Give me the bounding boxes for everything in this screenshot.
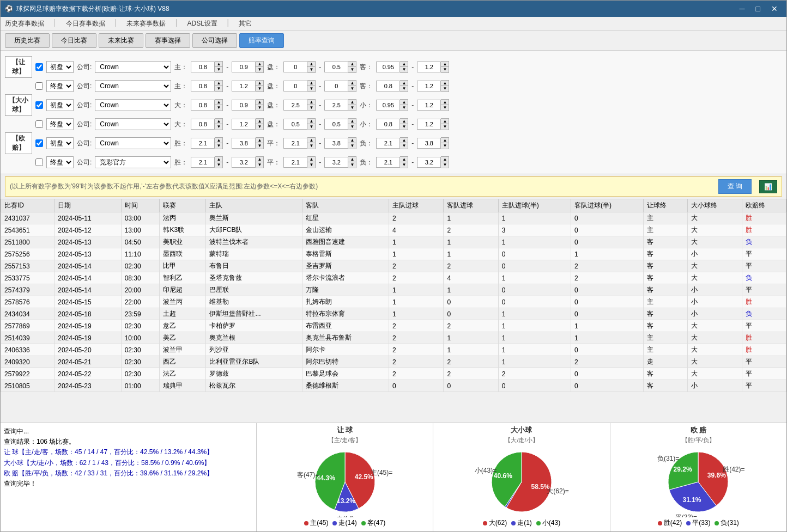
excel-button[interactable]: 📊 — [759, 180, 777, 193]
table-row[interactable]: 25743792024-05-1420:00印尼超巴厘联万隆1100客小平 — [1, 284, 786, 296]
dx-zhong-xiao-max[interactable]: ▲▼ — [417, 118, 449, 130]
op-zhong-company-select[interactable]: 竞彩官方 — [95, 156, 171, 168]
tab-company-select[interactable]: 公司选择 — [192, 33, 237, 48]
table-row[interactable]: 25571532024-05-1402:30比甲布鲁日圣吉罗斯2202客大平 — [1, 260, 786, 272]
table-row[interactable]: 25108052024-05-2301:00瑞典甲松兹瓦尔桑德维根斯0000客小… — [1, 380, 786, 392]
rz-chu-zhu-max[interactable]: ▲▼ — [232, 61, 264, 73]
table-row[interactable]: 25140392024-05-1910:00美乙奥克兰根奥克兰县布鲁斯2111主… — [1, 332, 786, 344]
dx-zhong-da-min[interactable]: ▲▼ — [191, 118, 223, 130]
table-row[interactable]: 25436512024-05-1213:00韩K3联大邱FCB队金山运输4230… — [1, 224, 786, 236]
rz-zhong-type-select[interactable]: 终盘初盘 — [46, 80, 74, 92]
dx-zhong-pan-min[interactable]: ▲▼ — [283, 118, 316, 130]
dx-chu-pan-max[interactable]: ▲▼ — [324, 99, 356, 111]
minimize-button[interactable]: ─ — [735, 3, 749, 14]
query-button[interactable]: 查 询 — [718, 179, 752, 194]
dx-chu-checkbox[interactable] — [35, 101, 43, 109]
table-row[interactable]: 25799222024-05-2202:30法乙罗德兹巴黎足球会2220客大平 — [1, 368, 786, 380]
close-button[interactable]: ✕ — [767, 3, 782, 14]
dx-zhong-type-select[interactable]: 终盘初盘 — [46, 118, 74, 130]
menu-adsl[interactable]: ADSL设置 — [187, 19, 217, 28]
tab-odds-query[interactable]: 赔率查询 — [239, 33, 284, 48]
dx-zhong-checkbox[interactable] — [35, 120, 43, 128]
op-zhong-sheng-max[interactable]: ▲▼ — [232, 156, 264, 168]
op-zhong-type-select[interactable]: 终盘初盘 — [46, 156, 74, 168]
table-row[interactable]: 25752562024-05-1311:10墨西联蒙特瑞泰格雷斯1101客小平 — [1, 248, 786, 260]
tab-history[interactable]: 历史比赛 — [5, 33, 50, 48]
dx-zhong-company-select[interactable]: Crown — [95, 118, 171, 130]
dx-chu-xiao-max[interactable]: ▲▼ — [417, 99, 449, 111]
table-row[interactable]: 25337752024-05-1408:30智利乙圣塔克鲁兹塔尔卡流浪者2412… — [1, 272, 786, 284]
op-chu-checkbox[interactable] — [35, 139, 43, 147]
maximize-button[interactable]: □ — [752, 3, 765, 14]
tab-match-select[interactable]: 赛事选择 — [146, 33, 190, 48]
dx-zhong-da-max[interactable]: ▲▼ — [232, 118, 264, 130]
op-chu-ping-min[interactable]: ▲▼ — [283, 137, 316, 149]
op-chu-fu-max[interactable]: ▲▼ — [417, 137, 449, 149]
rz-chu-pan-max[interactable]: ▲▼ — [324, 61, 356, 73]
op-zhong-checkbox[interactable] — [35, 158, 43, 166]
table-cell: 小 — [687, 296, 742, 308]
op-chu-ping-max[interactable]: ▲▼ — [324, 137, 356, 149]
rz-zhong-company-select[interactable]: Crown — [95, 80, 171, 92]
op-zhong-sheng-min[interactable]: ▲▼ — [191, 156, 223, 168]
table-cell: 胜 — [742, 212, 786, 224]
menu-other[interactable]: 其它 — [239, 19, 252, 28]
op-zhong-ping-min[interactable]: ▲▼ — [283, 156, 316, 168]
oupei-legend-2: 平(33) — [686, 518, 710, 528]
rz-chu-type-select[interactable]: 初盘终盘 — [46, 61, 74, 73]
table-row[interactable]: 25118002024-05-1304:50美职业波特兰伐木者西雅图音速建111… — [1, 236, 786, 248]
rz-zhong-ke-min[interactable]: ▲▼ — [376, 80, 408, 92]
rz-zhong-pan-min[interactable]: ▲▼ — [283, 80, 316, 92]
op-zhong-fu-max[interactable]: ▲▼ — [417, 156, 449, 168]
rz-zhong-checkbox[interactable] — [35, 82, 43, 90]
op-zhong-fu-min[interactable]: ▲▼ — [376, 156, 408, 168]
menu-history[interactable]: 历史赛事数据 — [5, 19, 44, 28]
table-row[interactable]: 24340342024-05-1823:59土超伊斯坦堡普野社...特拉布宗体育… — [1, 308, 786, 320]
table-row[interactable]: 24093202024-05-2102:30西乙比利亚雷亚尔B队阿尔巴切特221… — [1, 356, 786, 368]
rz-chu-ke-min[interactable]: ▲▼ — [376, 61, 408, 73]
table-cell: 2024-05-19 — [55, 332, 121, 344]
table-cell: 0 — [498, 260, 571, 272]
op-chu-fu-min[interactable]: ▲▼ — [376, 137, 408, 149]
tab-today[interactable]: 今日比赛 — [52, 33, 96, 48]
rz-zhong-pan-max[interactable]: ▲▼ — [324, 80, 356, 92]
rz-chu-ke-min-input[interactable] — [376, 62, 400, 72]
op-zhong-ping-max[interactable]: ▲▼ — [324, 156, 356, 168]
rz-zhong-zhu-min[interactable]: ▲▼ — [191, 80, 223, 92]
table-wrapper[interactable]: 比赛ID 日期 时间 联赛 主队 客队 主队进球 客队进球 主队进球(半) 客队… — [1, 199, 786, 423]
rz-chu-pan-min[interactable]: ▲▼ — [283, 61, 316, 73]
dx-zhong-pan-max[interactable]: ▲▼ — [324, 118, 356, 130]
dx-chu-xiao-min[interactable]: ▲▼ — [376, 99, 408, 111]
rz-chu-company-select[interactable]: Crown — [95, 61, 171, 73]
dx-chu-pan-min[interactable]: ▲▼ — [283, 99, 316, 111]
rz-chu-checkbox[interactable] — [35, 63, 43, 71]
op-chu-sheng-min[interactable]: ▲▼ — [191, 137, 223, 149]
rz-chu-ke-max-input[interactable] — [417, 62, 441, 72]
op-chu-sheng-max[interactable]: ▲▼ — [232, 137, 264, 149]
rz-chu-zhu-min-input[interactable] — [191, 62, 215, 72]
rz-zhong-ke-max[interactable]: ▲▼ — [417, 80, 449, 92]
table-row[interactable]: 24310372024-05-1103:00法丙奥兰斯红星2110主大胜 — [1, 212, 786, 224]
op-chu-type-select[interactable]: 初盘终盘 — [46, 137, 74, 149]
dx-chu-type-select[interactable]: 初盘终盘 — [46, 99, 74, 111]
menu-future[interactable]: 未来赛事数据 — [126, 19, 166, 28]
rz-chu-ke-max[interactable]: ▲▼ — [417, 61, 449, 73]
rz-chu-pan-min-input[interactable] — [283, 62, 307, 72]
table-row[interactable]: 25785762024-05-1522:00波兰丙维基勒扎姆布朗1000主小胜 — [1, 296, 786, 308]
tab-future[interactable]: 未来比赛 — [99, 33, 143, 48]
table-cell: 客 — [644, 308, 688, 320]
dx-chu-da-max[interactable]: ▲▼ — [232, 99, 264, 111]
rz-chu-pan-max-input[interactable] — [324, 62, 348, 72]
dx-chu-da-min[interactable]: ▲▼ — [191, 99, 223, 111]
dx-zhong-xiao-min[interactable]: ▲▼ — [376, 118, 408, 130]
table-cell: 2533775 — [1, 272, 55, 284]
table-row[interactable]: 25778692024-05-1902:30意乙卡柏萨罗布雷西亚2211客大平 — [1, 320, 786, 332]
menu-today[interactable]: 今日赛事数据 — [66, 19, 105, 28]
rz-zhong-zhu-max[interactable]: ▲▼ — [232, 80, 264, 92]
rz-chu-zhu-max-input[interactable] — [232, 62, 256, 72]
op-chu-company-select[interactable]: Crown — [95, 137, 171, 149]
daxiao-dot-3 — [536, 521, 541, 525]
table-row[interactable]: 24063362024-05-2002:30波兰甲列沙亚阿尔卡2110主大胜 — [1, 344, 786, 356]
rz-chu-zhu-min[interactable]: ▲▼ — [191, 61, 223, 73]
dx-chu-company-select[interactable]: Crown — [95, 99, 171, 111]
